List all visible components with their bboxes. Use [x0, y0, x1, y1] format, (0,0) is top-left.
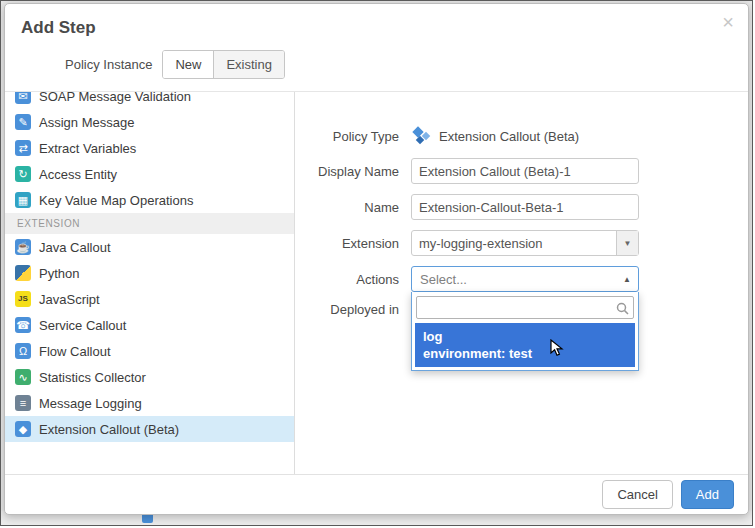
policy-instance-toggle: New Existing: [162, 50, 285, 79]
policy-item-soap-message-validation[interactable]: ✉ SOAP Message Validation: [5, 92, 294, 109]
deployed-in-label: Deployed in: [295, 302, 399, 317]
python-icon: [15, 265, 31, 281]
soap-message-validation-icon: ✉: [15, 92, 31, 104]
name-label: Name: [295, 200, 399, 215]
extension-callout-beta-icon: [411, 126, 431, 146]
policy-item-label: Java Callout: [39, 240, 111, 255]
statistics-collector-icon: ∿: [15, 369, 31, 385]
policy-type-row: Policy Type Extension Callout (Beta): [295, 126, 748, 146]
policy-item-service-callout[interactable]: ☎ Service Callout: [5, 312, 294, 338]
add-button[interactable]: Add: [681, 480, 734, 509]
policy-type-label: Policy Type: [295, 129, 399, 144]
java-callout-icon: ☕: [15, 239, 31, 255]
policy-item-label: Statistics Collector: [39, 370, 146, 385]
policy-item-statistics-collector[interactable]: ∿ Statistics Collector: [5, 364, 294, 390]
modal-body: ✉ SOAP Message Validation ✎ Assign Messa…: [5, 91, 748, 474]
actions-option-subtitle: environment: test: [423, 345, 627, 362]
display-name-row: Display Name: [295, 158, 748, 184]
chevron-up-icon: ▲: [616, 275, 638, 284]
policy-item-java-callout[interactable]: ☕ Java Callout: [5, 234, 294, 260]
policy-instance-label: Policy Instance: [65, 57, 152, 72]
policy-item-label: Access Entity: [39, 167, 117, 182]
extension-label: Extension: [295, 236, 399, 251]
policy-item-label: Message Logging: [39, 396, 142, 411]
javascript-icon: JS: [15, 291, 31, 307]
name-input[interactable]: [411, 194, 639, 220]
policy-item-extract-variables[interactable]: ⇄ Extract Variables: [5, 135, 294, 161]
extension-row: Extension my-logging-extension ▼: [295, 230, 748, 256]
extension-select-value: my-logging-extension: [412, 231, 616, 255]
policy-type-value: Extension Callout (Beta): [439, 129, 579, 144]
policy-item-message-logging[interactable]: ≡ Message Logging: [5, 390, 294, 416]
policy-item-extension-callout-beta[interactable]: ◆ Extension Callout (Beta): [5, 416, 294, 442]
policy-item-flow-callout[interactable]: Ω Flow Callout: [5, 338, 294, 364]
modal-footer: Cancel Add: [5, 474, 748, 514]
actions-row: Actions Select... ▲: [295, 266, 748, 292]
access-entity-icon: ↻: [15, 166, 31, 182]
policy-item-label: SOAP Message Validation: [39, 92, 191, 104]
policy-item-javascript[interactable]: JS JavaScript: [5, 286, 294, 312]
close-icon[interactable]: ×: [722, 12, 734, 32]
policy-item-label: Extension Callout (Beta): [39, 422, 179, 437]
policy-item-label: JavaScript: [39, 292, 100, 307]
mouse-cursor: [550, 339, 564, 361]
extension-callout-icon: ◆: [15, 421, 31, 437]
assign-message-icon: ✎: [15, 114, 31, 130]
screen: Add Step × Policy Instance New Existing …: [0, 0, 753, 526]
actions-search-input[interactable]: [416, 296, 634, 319]
actions-select[interactable]: Select... ▲: [411, 266, 639, 292]
policy-instance-row: Policy Instance New Existing: [5, 48, 748, 91]
message-logging-icon: ≡: [15, 395, 31, 411]
tab-existing[interactable]: Existing: [213, 51, 284, 78]
flow-callout-icon: Ω: [15, 343, 31, 359]
actions-option-title: log: [423, 328, 627, 345]
extract-variables-icon: ⇄: [15, 140, 31, 156]
extension-select[interactable]: my-logging-extension ▼: [411, 230, 639, 256]
policy-item-label: Assign Message: [39, 115, 134, 130]
policy-item-assign-message[interactable]: ✎ Assign Message: [5, 109, 294, 135]
policy-item-access-entity[interactable]: ↻ Access Entity: [5, 161, 294, 187]
actions-dropdown: log environment: test: [411, 292, 639, 371]
form-panel: Policy Type Extension Callout (Beta) Dis…: [295, 92, 748, 474]
actions-label: Actions: [295, 272, 399, 287]
chevron-down-icon[interactable]: ▼: [616, 231, 638, 255]
name-row: Name: [295, 194, 748, 220]
policy-item-label: Key Value Map Operations: [39, 193, 193, 208]
extension-section-header: EXTENSION: [5, 213, 294, 234]
display-name-input[interactable]: [411, 158, 639, 184]
display-name-label: Display Name: [295, 164, 399, 179]
actions-select-value: Select...: [412, 272, 616, 287]
tab-new[interactable]: New: [163, 51, 213, 78]
actions-option-log[interactable]: log environment: test: [415, 323, 635, 367]
modal-title: Add Step: [21, 18, 732, 38]
policy-item-label: Extract Variables: [39, 141, 136, 156]
actions-search-wrap: [416, 296, 634, 319]
policy-item-key-value-map-operations[interactable]: ▦ Key Value Map Operations: [5, 187, 294, 213]
add-step-modal: Add Step × Policy Instance New Existing …: [4, 3, 749, 515]
policy-list: ✉ SOAP Message Validation ✎ Assign Messa…: [5, 92, 295, 474]
policy-item-label: Flow Callout: [39, 344, 111, 359]
policy-item-label: Python: [39, 266, 79, 281]
key-value-map-icon: ▦: [15, 192, 31, 208]
policy-item-python[interactable]: Python: [5, 260, 294, 286]
search-icon: [616, 301, 629, 319]
cancel-button[interactable]: Cancel: [602, 480, 672, 509]
policy-item-label: Service Callout: [39, 318, 126, 333]
modal-header: Add Step ×: [5, 4, 748, 48]
service-callout-icon: ☎: [15, 317, 31, 333]
